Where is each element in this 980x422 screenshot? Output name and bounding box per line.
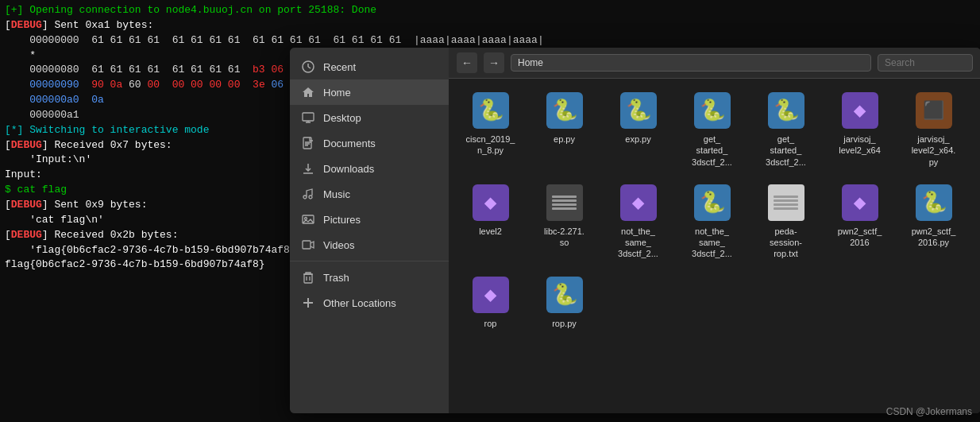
sidebar-label-music: Music [323,188,350,200]
sidebar-item-recent[interactable]: Recent [290,54,449,79]
file-label: not_the_same_3dsctf_2... [692,226,732,260]
python-icon: 🐍 [620,92,657,129]
videos-icon [301,238,315,252]
list-item[interactable]: 🐍 pwn2_sctf_2016.py [900,179,967,265]
file-label: jarvisoj_level2_x64 [839,134,881,157]
file-icon: ◆ [472,276,510,314]
svg-rect-14 [303,241,311,249]
sidebar-label-recent: Recent [323,61,356,73]
sidebar-item-videos[interactable]: Videos [290,232,449,257]
so-icon [546,184,583,221]
file-label: exp.py [625,134,650,145]
file-icon: ◆ [472,184,510,222]
trash-icon [301,270,315,285]
path-bar[interactable]: Home [511,54,871,72]
file-label: pwn2_sctf_2016.py [912,226,956,249]
sidebar-label-home: Home [323,87,351,99]
list-item[interactable]: ◆ pwn2_sctf_2016 [826,179,893,265]
list-item[interactable]: ⬛ jarvisoj_level2_x64.py [900,87,967,172]
terminal-line-1: [+] Opening connection to node4.buuoj.cn… [5,3,975,18]
text-icon [768,184,804,221]
terminal-line-3: 00000000 61 61 61 61 61 61 61 61 61 61 6… [5,33,975,48]
file-icon: 🐍 [693,91,731,130]
list-item[interactable]: 🐍 exp.py [604,87,672,172]
file-label: get_started_3dsctf_2... [692,134,732,168]
list-item[interactable]: libc-2.271.so [531,179,598,265]
search-input[interactable] [878,54,973,72]
file-icon: ◆ [841,184,879,222]
file-icon [546,184,584,222]
forward-button[interactable]: → [484,52,504,73]
file-label: jarvisoj_level2_x64.py [912,134,956,168]
python-icon: 🐍 [694,184,731,221]
elf-icon: ◆ [473,184,509,221]
clock-icon [301,60,315,74]
downloads-icon [301,161,315,176]
file-label: level2 [479,226,502,237]
sidebar-label-documents: Documents [323,137,376,149]
file-icon: 🐍 [693,184,731,222]
sidebar-label-trash: Trash [323,272,349,284]
sidebar-item-other[interactable]: Other Locations [290,290,449,316]
list-item[interactable]: ◆ not_the_same_3dsctf_2... [604,179,672,265]
file-label: peda-session-rop.txt [770,226,802,260]
sidebar-label-downloads: Downloads [323,163,374,175]
file-icon [767,184,805,222]
elf-icon: ◆ [842,184,878,221]
file-icon: ◆ [841,91,879,130]
desktop-icon [301,110,315,125]
file-manager: Recent Home Desktop Documents Downloads [290,48,980,413]
python-icon: 🐍 [768,92,804,129]
list-item[interactable]: ◆ rop [457,271,524,334]
watermark: CSDN @Jokermans [886,406,972,417]
list-item[interactable]: ◆ level2 [457,179,524,265]
file-label: libc-2.271.so [544,226,585,249]
other-locations-icon [301,296,315,310]
sidebar-label-pictures: Pictures [323,214,361,226]
sidebar-item-pictures[interactable]: Pictures [290,207,449,232]
home-icon [301,85,315,99]
file-content: 🐍 ciscn_2019_n_8.py 🐍 ep.py 🐍 ex [449,79,980,413]
sidebar-label-videos: Videos [323,239,355,251]
pictures-icon [301,212,315,226]
svg-point-13 [305,218,307,220]
elf-icon: ◆ [842,92,878,129]
python-icon: 🐍 [473,92,509,129]
list-item[interactable]: 🐍 get_started_3dsctf_2... [752,87,820,172]
sidebar-item-downloads[interactable]: Downloads [290,156,449,181]
file-icon: 🐍 [915,184,953,222]
file-label: get_started_3dsctf_2... [766,134,806,168]
file-icon: 🐍 [472,91,510,130]
list-item[interactable]: 🐍 ciscn_2019_n_8.py [457,87,524,172]
python-icon: 🐍 [694,92,731,129]
list-item[interactable]: peda-session-rop.txt [752,179,820,265]
elf-icon: ◆ [473,277,509,313]
file-icon: ◆ [619,184,658,222]
list-item[interactable]: 🐍 rop.py [531,271,598,334]
list-item[interactable]: 🐍 not_the_same_3dsctf_2... [678,179,746,265]
terminal-line-2: [DEBUG] Sent 0xa1 bytes: [5,18,975,33]
icon-grid: 🐍 ciscn_2019_n_8.py 🐍 ep.py 🐍 ex [457,87,973,334]
elf-icon: ◆ [620,184,657,221]
file-label: rop [484,318,497,329]
list-item[interactable]: 🐍 get_started_3dsctf_2... [678,87,746,172]
python-icon: 🐍 [546,92,583,129]
sidebar-item-desktop[interactable]: Desktop [290,105,449,130]
sidebar-label-desktop: Desktop [323,112,361,124]
sidebar-item-home[interactable]: Home [290,79,449,105]
svg-rect-15 [304,274,312,283]
file-icon: 🐍 [546,91,584,130]
file-icon: 🐍 [546,276,584,314]
sidebar-item-trash[interactable]: Trash [290,265,449,290]
python-icon: 🐍 [546,277,583,313]
sidebar-item-documents[interactable]: Documents [290,130,449,156]
back-button[interactable]: ← [457,52,477,73]
file-label: ep.py [554,134,575,145]
file-manager-main: ← → Home 🐍 ciscn_2019_n_8.py 🐍 [449,48,980,413]
file-icon: ⬛ [915,91,953,130]
svg-line-2 [308,67,311,68]
list-item[interactable]: 🐍 ep.py [531,87,598,172]
list-item[interactable]: ◆ jarvisoj_level2_x64 [826,87,893,172]
sidebar: Recent Home Desktop Documents Downloads [290,48,449,413]
sidebar-item-music[interactable]: Music [290,181,449,207]
